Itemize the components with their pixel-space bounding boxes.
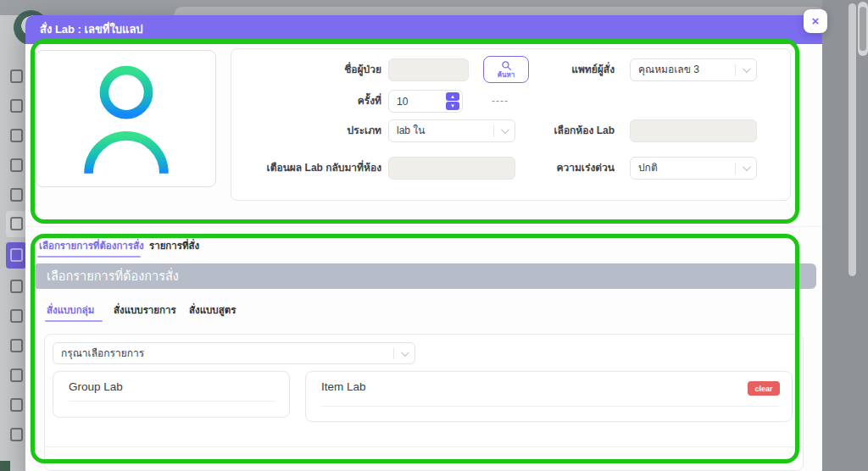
sidebar-icon xyxy=(10,188,23,202)
type-select-value: lab ใน xyxy=(397,120,493,141)
section-divider xyxy=(25,226,822,227)
group-lab-title: Group Lab xyxy=(69,380,123,393)
sidebar-icon xyxy=(10,69,23,83)
modal-title: สั่ง Lab : เลขที่ใบแลป xyxy=(25,15,822,44)
tab-choose-items[interactable]: เลือกรายการที่ต้องการสั่ง xyxy=(39,240,144,252)
clear-button[interactable]: clear xyxy=(748,381,780,396)
patient-avatar-card xyxy=(36,50,216,187)
doctor-label: แพทย์ผู้สั่ง xyxy=(534,58,615,81)
select-divider xyxy=(493,125,494,137)
urgency-label: ความเร่งด่วน xyxy=(534,157,615,180)
tab-active-underline xyxy=(37,256,141,258)
chevron-down-icon xyxy=(401,348,409,357)
background-corner xyxy=(0,461,10,471)
subtab-order-by-formula[interactable]: สั่งแบบสูตร xyxy=(189,304,236,316)
sidebar-icon xyxy=(10,368,23,382)
stepper-up-icon[interactable]: ▲ xyxy=(446,92,459,101)
chevron-down-icon xyxy=(501,125,509,134)
doctor-select-value: คุณหมอเลข 3 xyxy=(638,59,735,80)
sidebar-icon xyxy=(10,248,23,262)
background-right-band xyxy=(822,0,868,471)
item-lab-panel: Item Lab clear xyxy=(305,371,793,422)
sidebar-icon xyxy=(10,339,23,352)
notify-room-input xyxy=(388,157,515,180)
type-label: ประเภท xyxy=(280,119,381,142)
type-select[interactable]: lab ใน xyxy=(388,119,515,142)
item-lab-title: Item Lab xyxy=(321,380,366,393)
subtab-order-by-item[interactable]: สั่งแบบรายการ xyxy=(114,304,176,316)
sidebar-icon xyxy=(10,217,23,230)
panel-divider xyxy=(69,401,275,402)
visit-number-label: ครั้งที่ xyxy=(280,90,381,113)
select-divider xyxy=(393,347,394,359)
lab-room-label: เลือกห้อง Lab xyxy=(534,119,615,142)
stepper-buttons: ▲ ▼ xyxy=(446,92,459,110)
urgency-select-value: ปกติ xyxy=(638,158,735,179)
close-icon[interactable]: × xyxy=(804,9,827,33)
scrollbar-thumb xyxy=(860,7,866,51)
subtab-order-by-group[interactable]: สั่งแบบกลุ่ม xyxy=(47,304,94,316)
search-button-label: ค้นหา xyxy=(498,71,515,79)
list-divider xyxy=(44,446,804,447)
search-patient-button[interactable]: ค้นหา xyxy=(483,56,529,83)
notify-room-label: เตือนผล Lab กลับมาที่ห้อง xyxy=(242,157,381,180)
visit-number-stepper[interactable]: ▲ ▼ xyxy=(388,90,463,113)
urgency-select[interactable]: ปกติ xyxy=(630,157,757,180)
person-avatar-icon xyxy=(77,61,175,178)
doctor-select[interactable]: คุณหมอเลข 3 xyxy=(630,58,757,81)
chevron-down-icon xyxy=(743,64,751,73)
select-divider xyxy=(735,64,736,76)
sidebar-icon xyxy=(10,158,23,172)
patient-name-input xyxy=(388,58,469,81)
scrollbar-thumb xyxy=(849,3,856,276)
page: สั่ง Lab : เลขที่ใบแลป × ชื่อผู้ป่วย ค้น… xyxy=(0,0,868,471)
patient-name-label: ชื่อผู้ป่วย xyxy=(280,58,381,81)
subtab-active-underline xyxy=(45,320,103,322)
sidebar-icon xyxy=(10,398,23,412)
lab-room-input xyxy=(630,119,757,142)
stepper-down-icon[interactable]: ▼ xyxy=(446,102,459,110)
item-group-select-value: กรุณาเลือกรายการ xyxy=(61,343,393,364)
tab-ordered-items[interactable]: รายการที่สั่ง xyxy=(149,240,199,252)
group-lab-panel: Group Lab xyxy=(53,371,290,418)
sidebar-icon xyxy=(10,99,23,113)
visit-suffix-text: ---- xyxy=(492,90,509,113)
order-section-header: เลือกรายการที่ต้องการสั่ง xyxy=(35,263,816,289)
sidebar-icon xyxy=(10,428,23,441)
chevron-down-icon xyxy=(743,163,751,171)
panel-divider xyxy=(321,406,779,407)
item-group-select[interactable]: กรุณาเลือกรายการ xyxy=(53,342,415,364)
sidebar-icon xyxy=(10,129,23,142)
sidebar-icon xyxy=(10,280,23,293)
search-icon xyxy=(501,60,512,71)
select-divider xyxy=(735,163,736,175)
sidebar-icon xyxy=(10,309,23,323)
